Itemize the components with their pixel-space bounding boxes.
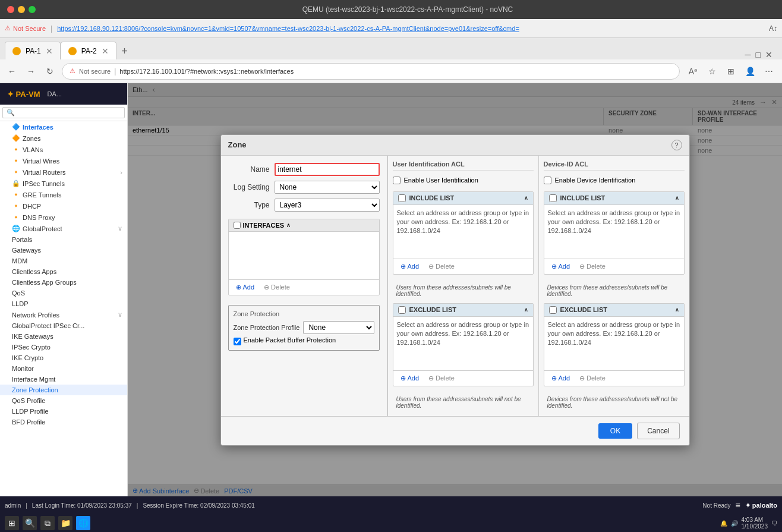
type-select[interactable]: Layer3 bbox=[275, 199, 380, 212]
minimize-window-btn[interactable]: ─ bbox=[745, 50, 751, 59]
sidebar-item-interfaces[interactable]: 🔷 Interfaces bbox=[0, 121, 127, 133]
interfaces-checkbox[interactable] bbox=[234, 222, 241, 229]
user-id-exclude-delete-button[interactable]: ⊖ Delete bbox=[426, 373, 457, 383]
tab-close-pa1[interactable]: ✕ bbox=[46, 46, 53, 56]
sidebar-item-dhcp[interactable]: 🔸 DHCP bbox=[0, 200, 127, 212]
sidebar-item-gre-tunnels[interactable]: 🔸 GRE Tunnels bbox=[0, 189, 127, 200]
tab-pa1[interactable]: PA-1 ✕ bbox=[5, 42, 61, 59]
user-id-exclude-checkbox[interactable] bbox=[398, 306, 406, 314]
interfaces-delete-button[interactable]: ⊖ Delete bbox=[261, 282, 292, 292]
task-view-btn[interactable]: ⧉ bbox=[40, 516, 55, 530]
address-bar-actions[interactable]: Aᵃ ☆ ⊞ 👤 ⋯ bbox=[685, 63, 777, 80]
sidebar-item-ike-crypto[interactable]: IKE Crypto bbox=[0, 352, 127, 363]
sidebar-item-virtual-routers[interactable]: 🔸 Virtual Routers › bbox=[0, 166, 127, 178]
device-id-include-delete-button[interactable]: ⊖ Delete bbox=[577, 262, 608, 272]
device-id-include-label: INCLUDE LIST bbox=[560, 194, 606, 202]
sidebar-item-clientless-app-groups[interactable]: Clientless App Groups bbox=[0, 277, 127, 288]
modal-help-button[interactable]: ? bbox=[671, 140, 682, 150]
sidebar-item-ike-gateways[interactable]: IKE Gateways bbox=[0, 331, 127, 342]
minimize-button[interactable] bbox=[18, 6, 25, 13]
gp-icon: 🌐 bbox=[12, 225, 20, 232]
sidebar-item-bfd-profile[interactable]: BFD Profile bbox=[0, 417, 127, 427]
forward-button[interactable]: → bbox=[24, 64, 38, 78]
read-aloud-btn[interactable]: Aᵃ bbox=[685, 63, 701, 80]
sidebar-item-interface-mgmt[interactable]: Interface Mgmt bbox=[0, 374, 127, 385]
tab-pa2[interactable]: PA-2 ✕ bbox=[61, 42, 116, 59]
profile-btn[interactable]: 👤 bbox=[742, 63, 758, 80]
browser-controls[interactable]: ─ □ ✕ bbox=[133, 50, 777, 59]
enable-user-id-checkbox[interactable] bbox=[393, 177, 401, 184]
device-id-include-note: Devices from these addresses/subnets wil… bbox=[544, 282, 685, 300]
device-id-exclude-delete-button[interactable]: ⊖ Delete bbox=[577, 373, 608, 383]
ok-button[interactable]: OK bbox=[598, 423, 632, 439]
device-id-acl-panel: Device-ID ACL Enable Device Identificati… bbox=[538, 156, 689, 416]
sidebar-item-lldp[interactable]: LLDP bbox=[0, 298, 127, 309]
user-id-exclude-list: EXCLUDE LIST ∧ Select an address or addr… bbox=[393, 303, 534, 386]
start-button[interactable]: ⊞ bbox=[5, 516, 19, 530]
taskbar-left[interactable]: ⊞ 🔍 ⧉ 📁 🌐 bbox=[5, 516, 90, 530]
sidebar-item-portals[interactable]: Portals bbox=[0, 234, 127, 245]
status-menu-icon[interactable]: ≡ bbox=[736, 500, 740, 510]
device-id-exclude-header: EXCLUDE LIST ∧ bbox=[544, 304, 684, 317]
zone-protection-section: Zone Protection Zone Protection Profile … bbox=[228, 305, 380, 351]
collections-btn[interactable]: ⊞ bbox=[723, 63, 739, 80]
sidebar-item-mdm[interactable]: MDM bbox=[0, 256, 127, 266]
name-input[interactable] bbox=[275, 163, 380, 176]
edge-browser-btn[interactable]: 🌐 bbox=[76, 516, 90, 530]
close-window-btn[interactable]: ✕ bbox=[765, 50, 772, 59]
user-id-exclude-add-button[interactable]: ⊕ Add bbox=[398, 373, 422, 383]
sidebar-item-gateways[interactable]: Gateways bbox=[0, 245, 127, 256]
back-button[interactable]: ← bbox=[5, 64, 19, 78]
device-id-include-checkbox[interactable] bbox=[549, 194, 557, 202]
sidebar-item-monitor[interactable]: Monitor bbox=[0, 363, 127, 374]
window-controls[interactable] bbox=[7, 6, 36, 13]
user-id-include-delete-button[interactable]: ⊖ Delete bbox=[426, 262, 457, 272]
sidebar-item-ipsec-crypto[interactable]: IPSec Crypto bbox=[0, 342, 127, 352]
sidebar-item-ipsec-tunnels[interactable]: 🔒 IPSec Tunnels bbox=[0, 178, 127, 189]
maximize-button[interactable] bbox=[29, 6, 36, 13]
user-id-include-add-button[interactable]: ⊕ Add bbox=[398, 262, 422, 272]
delete-icon: ⊖ bbox=[264, 284, 269, 291]
sidebar-item-vlans[interactable]: 🔸 VLANs bbox=[0, 144, 127, 155]
close-button[interactable] bbox=[7, 6, 14, 13]
sidebar-item-virtual-wires[interactable]: 🔸 Virtual Wires bbox=[0, 155, 127, 166]
user-id-include-checkbox[interactable] bbox=[398, 194, 406, 202]
url-bar[interactable]: ⚠ Not secure | https://172.16.100.101/?#… bbox=[62, 63, 680, 80]
sidebar-item-zone-protection[interactable]: Zone Protection bbox=[0, 385, 127, 395]
pa-vm-menu: DA... bbox=[48, 90, 62, 97]
search-taskbar-btn[interactable]: 🔍 bbox=[23, 516, 37, 530]
enable-device-id-checkbox[interactable] bbox=[544, 177, 551, 184]
sidebar-item-lldp-profile[interactable]: LLDP Profile bbox=[0, 406, 127, 417]
pa-vm-logo: ✦ PA-VM bbox=[7, 90, 40, 99]
refresh-button[interactable]: ↻ bbox=[43, 64, 57, 78]
restore-window-btn[interactable]: □ bbox=[756, 50, 761, 59]
tab-close-pa2[interactable]: ✕ bbox=[102, 46, 109, 56]
taskbar-notifications[interactable]: 🔔 bbox=[720, 520, 727, 527]
zones-icon: 🔶 bbox=[12, 134, 20, 142]
sidebar-item-clientless-apps[interactable]: Clientless Apps bbox=[0, 266, 127, 277]
taskbar-notification-bell[interactable]: 🗨 bbox=[771, 520, 777, 527]
new-tab-button[interactable]: + bbox=[116, 43, 133, 59]
sidebar-item-qos[interactable]: QoS bbox=[0, 288, 127, 298]
enable-packet-buffer-checkbox[interactable] bbox=[234, 338, 241, 345]
sidebar-search-input[interactable] bbox=[17, 109, 121, 117]
sidebar-item-gp-ipsec[interactable]: GlobalProtect IPSec Cr... bbox=[0, 320, 127, 331]
more-btn[interactable]: ⋯ bbox=[761, 63, 777, 80]
sidebar-item-dns-proxy[interactable]: 🔸 DNS Proxy bbox=[0, 212, 127, 223]
device-id-exclude-checkbox[interactable] bbox=[549, 306, 557, 314]
taskbar-volume[interactable]: 🔊 bbox=[731, 520, 738, 527]
sidebar-item-zones[interactable]: 🔶 Zones bbox=[0, 133, 127, 144]
sidebar-item-globalprotect[interactable]: 🌐 GlobalProtect ∨ bbox=[0, 223, 127, 234]
cancel-button[interactable]: Cancel bbox=[637, 423, 679, 439]
sidebar-item-qos-profile[interactable]: QoS Profile bbox=[0, 395, 127, 406]
device-id-include-add-button[interactable]: ⊕ Add bbox=[549, 262, 573, 272]
interfaces-icon: 🔷 bbox=[12, 123, 20, 131]
favorites-btn[interactable]: ☆ bbox=[704, 63, 720, 80]
file-explorer-btn[interactable]: 📁 bbox=[58, 516, 72, 530]
sidebar-item-network-profiles[interactable]: Network Profiles ∨ bbox=[0, 309, 127, 320]
interfaces-add-button[interactable]: ⊕ Add bbox=[234, 282, 257, 292]
zp-profile-select[interactable]: None bbox=[303, 321, 374, 334]
modal-footer: OK Cancel bbox=[221, 416, 689, 445]
device-id-exclude-add-button[interactable]: ⊕ Add bbox=[549, 373, 573, 383]
log-setting-select[interactable]: None bbox=[275, 181, 380, 194]
